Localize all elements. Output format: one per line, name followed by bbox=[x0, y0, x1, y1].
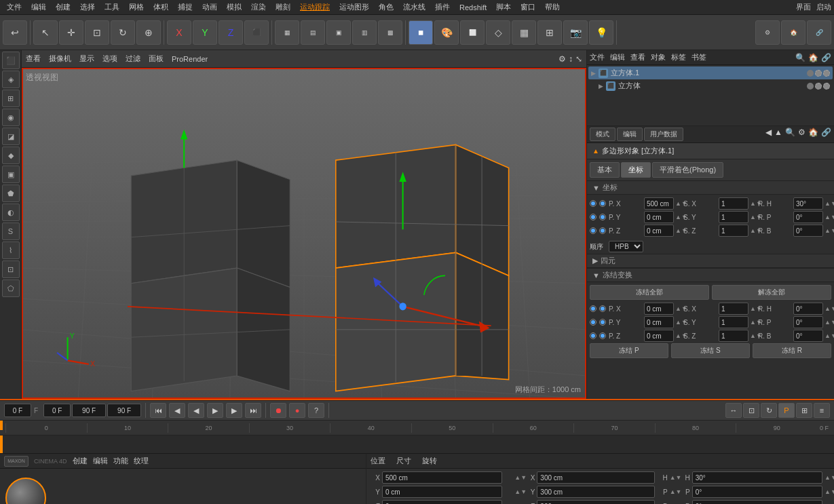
om-file[interactable]: 文件 bbox=[590, 52, 605, 62]
fcoord-radio-1[interactable] bbox=[590, 305, 596, 312]
menu-snap[interactable]: 捕捉 bbox=[174, 1, 197, 14]
prev-frame-button[interactable]: ◀ bbox=[169, 403, 185, 418]
interactive-render-button[interactable]: ▩ bbox=[378, 20, 402, 45]
rotate-tool-button[interactable]: ↻ bbox=[111, 20, 135, 45]
menu-help[interactable]: 帮助 bbox=[541, 1, 564, 14]
py-arrow[interactable]: ▲▼ bbox=[675, 214, 682, 220]
view-hidden-button[interactable]: ▦ bbox=[512, 20, 536, 45]
props-search-icon[interactable]: 🔍 bbox=[785, 128, 795, 141]
coord-radio-py[interactable] bbox=[590, 214, 596, 220]
unfreeze-all-btn[interactable]: 解冻全部 bbox=[712, 285, 831, 300]
mode-tab-userdata[interactable]: 用户数据 bbox=[644, 128, 683, 141]
size-z-input[interactable] bbox=[537, 500, 654, 504]
view-light-button[interactable]: 💡 bbox=[589, 20, 613, 45]
fsz-arrow[interactable]: ▲▼ bbox=[750, 332, 757, 339]
key-grid-button[interactable]: ⊞ bbox=[796, 403, 812, 418]
viewport-3d[interactable]: Y X 透视视图 网格间距：1000 cm bbox=[22, 68, 586, 399]
render-region-button[interactable]: ▦ bbox=[275, 20, 299, 45]
go-start-button[interactable]: ⏮ bbox=[150, 403, 166, 418]
menu-motion-tracking[interactable]: 运动跟踪 bbox=[296, 1, 334, 14]
menu-sculpt[interactable]: 雕刻 bbox=[271, 1, 295, 14]
help-button[interactable]: ? bbox=[308, 403, 324, 418]
rot-p-input[interactable] bbox=[692, 486, 822, 498]
fpy-arrow[interactable]: ▲▼ bbox=[675, 319, 682, 326]
sx-arrow[interactable]: ▲▼ bbox=[750, 200, 757, 207]
pos-x-arrow[interactable]: ▲▼ bbox=[514, 474, 521, 481]
pz-arrow[interactable]: ▲▼ bbox=[675, 227, 682, 234]
fsy-input[interactable] bbox=[719, 316, 748, 328]
menu-window[interactable]: 窗口 bbox=[516, 1, 539, 14]
rp-arrow[interactable]: ▲▼ bbox=[824, 214, 831, 220]
frh-arrow[interactable]: ▲▼ bbox=[824, 305, 831, 312]
sidebar-icon-12[interactable]: ⊡ bbox=[2, 260, 20, 278]
freeze-section-label[interactable]: ▼ 冻结变换 bbox=[587, 268, 834, 282]
viewport-tab-view[interactable]: 查看 bbox=[26, 54, 41, 64]
record-button[interactable]: ⏺ bbox=[270, 403, 286, 418]
mat-create[interactable]: 创建 bbox=[73, 456, 88, 466]
rh-arrow[interactable]: ▲▼ bbox=[824, 200, 831, 207]
sidebar-icon-10[interactable]: S bbox=[2, 222, 20, 240]
rb-arrow[interactable]: ▲▼ bbox=[824, 227, 831, 234]
om-link-icon[interactable]: 🔗 bbox=[821, 53, 831, 62]
coord-radio-px2[interactable] bbox=[599, 200, 606, 207]
coord-radio-py2[interactable] bbox=[599, 214, 606, 220]
pos-key-button[interactable]: P bbox=[778, 403, 795, 418]
select-tool-button[interactable]: ↖ bbox=[33, 20, 58, 45]
render-queue-button[interactable]: ▥ bbox=[352, 20, 377, 45]
menu-volume[interactable]: 体积 bbox=[149, 1, 172, 14]
frame-end-short-input[interactable] bbox=[72, 404, 106, 417]
play-back-button[interactable]: ◀ bbox=[188, 403, 204, 418]
fpz-arrow[interactable]: ▲▼ bbox=[675, 332, 682, 339]
pos-y-input[interactable] bbox=[382, 486, 502, 498]
view-camera-button[interactable]: 📷 bbox=[563, 20, 588, 45]
object-item-0[interactable]: ▶ ⬛ 立方体.1 bbox=[588, 66, 833, 79]
size-x-input[interactable] bbox=[537, 471, 654, 484]
menu-character[interactable]: 角色 bbox=[375, 1, 398, 14]
coord-radio-pz[interactable] bbox=[590, 227, 596, 234]
frh-input[interactable] bbox=[793, 303, 823, 315]
view-cube-button[interactable]: ◼ bbox=[409, 20, 433, 45]
menu-mesh[interactable]: 网格 bbox=[125, 1, 148, 14]
fsx-arrow[interactable]: ▲▼ bbox=[750, 305, 757, 312]
fcoord-radio-2[interactable] bbox=[599, 305, 606, 312]
props-arrow-icon[interactable]: ◀ bbox=[765, 128, 772, 141]
menu-edit[interactable]: 编辑 bbox=[27, 1, 50, 14]
layout-btn-1[interactable]: ⚙ bbox=[755, 20, 780, 45]
sidebar-icon-11[interactable]: ⌇ bbox=[2, 241, 20, 259]
order-select[interactable]: HPB bbox=[609, 241, 643, 252]
sy-input[interactable] bbox=[719, 211, 748, 223]
move-key-button[interactable]: ↔ bbox=[725, 403, 742, 418]
om-tags[interactable]: 标签 bbox=[671, 52, 686, 62]
render-to-po-button[interactable]: ▣ bbox=[326, 20, 351, 45]
rot-p-arrow[interactable]: ▲▼ bbox=[824, 488, 831, 495]
mat-edit[interactable]: 编辑 bbox=[93, 456, 108, 466]
frb-input[interactable] bbox=[793, 330, 823, 342]
px-input[interactable] bbox=[644, 197, 674, 210]
sidebar-icon-9[interactable]: ◐ bbox=[2, 203, 20, 221]
sx-input[interactable] bbox=[719, 197, 748, 210]
freeze-s-btn[interactable]: 冻结 S bbox=[671, 343, 750, 358]
fcoord-radio-6[interactable] bbox=[599, 332, 606, 339]
view-wire-button[interactable]: ◇ bbox=[486, 20, 510, 45]
fcoord-radio-4[interactable] bbox=[599, 319, 606, 326]
props-settings-icon[interactable]: ⚙ bbox=[798, 128, 805, 141]
pos-z-input[interactable] bbox=[382, 500, 502, 504]
frame-start-input[interactable] bbox=[4, 404, 31, 417]
mat-texture[interactable]: 纹理 bbox=[134, 456, 149, 466]
fpy-input[interactable] bbox=[644, 316, 674, 328]
menu-redshift[interactable]: Redshift bbox=[455, 2, 491, 13]
coord-radio-pz2[interactable] bbox=[599, 227, 606, 234]
rh-input[interactable] bbox=[793, 197, 823, 210]
sidebar-icon-2[interactable]: ◈ bbox=[2, 71, 20, 88]
om-object[interactable]: 对象 bbox=[651, 52, 666, 62]
om-bookmarks[interactable]: 书签 bbox=[691, 52, 706, 62]
rb-input[interactable] bbox=[793, 225, 823, 237]
rp-input[interactable] bbox=[793, 211, 823, 223]
freeze-r-btn[interactable]: 冻结 R bbox=[753, 343, 831, 358]
material-item-0[interactable]: 材质 bbox=[5, 478, 46, 504]
viewport-icon-2[interactable]: ↕ bbox=[569, 54, 573, 64]
menu-file[interactable]: 文件 bbox=[3, 1, 26, 14]
props-tab-coords[interactable]: 坐标 bbox=[621, 162, 651, 178]
props-tab-basic[interactable]: 基本 bbox=[590, 162, 620, 178]
py-input[interactable] bbox=[644, 211, 674, 223]
